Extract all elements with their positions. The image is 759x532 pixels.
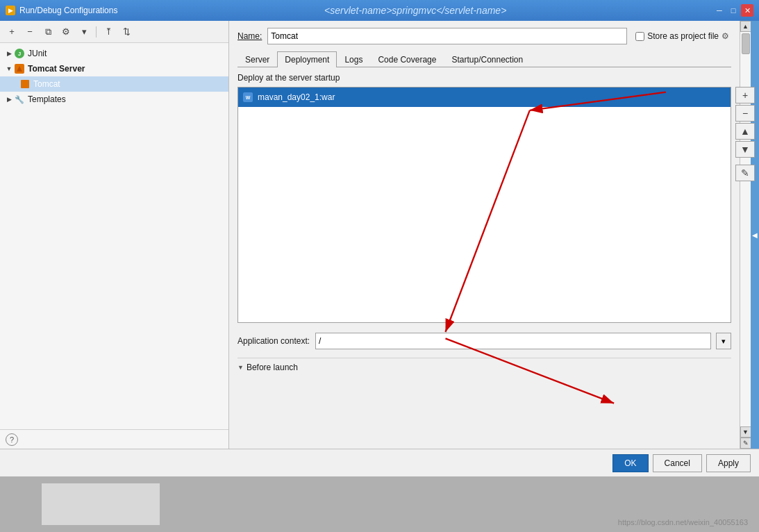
store-project-label: Store as project file <box>647 31 719 41</box>
gray-inner-area <box>42 483 160 525</box>
tab-code-coverage[interactable]: Code Coverage <box>370 51 444 67</box>
templates-icon: 🔧 <box>14 94 25 105</box>
deploy-list-container: W mavan_day02_1:war <box>237 87 731 323</box>
tab-logs[interactable]: Logs <box>337 51 370 67</box>
deploy-section-label: Deploy at the server startup <box>237 73 731 83</box>
add-config-button[interactable]: + <box>4 24 19 40</box>
deploy-item-name: mavan_day02_1:war <box>258 92 335 102</box>
tree-item-tomcat[interactable]: Tomcat <box>0 76 228 92</box>
deploy-list[interactable]: W mavan_day02_1:war <box>238 88 731 322</box>
tab-server[interactable]: Server <box>237 51 277 67</box>
deploy-item[interactable]: W mavan_day02_1:war <box>238 88 731 107</box>
config-tree[interactable]: ▶ J JUnit ▼ Tomcat Server <box>0 43 228 429</box>
sort-button[interactable]: ⇅ <box>119 24 134 40</box>
before-launch-toggle[interactable]: ▼ Before launch <box>237 363 731 372</box>
close-button[interactable]: ✕ <box>741 4 753 17</box>
move-up-button[interactable]: ⤒ <box>101 24 116 40</box>
junit-icon: J <box>14 48 25 59</box>
watermark-text: https://blog.csdn.net/weixin_40055163 <box>618 518 748 526</box>
list-side-buttons: + − ▲ ▼ ✎ <box>735 87 755 181</box>
tomcat-server-toggle[interactable]: ▼ <box>4 64 14 74</box>
app-context-label: Application context: <box>237 336 310 346</box>
gray-bottom-area: https://blog.csdn.net/weixin_40055163 <box>0 476 759 532</box>
right-scrollbar[interactable]: ▲ ▼ ✎ <box>740 21 751 449</box>
scroll-up-button[interactable]: ▲ <box>740 21 751 32</box>
app-name: Run/Debug Configurations <box>19 6 117 15</box>
cancel-button[interactable]: Cancel <box>653 454 702 472</box>
right-panel: Name: Store as project file ⚙ Server Dep… <box>229 21 740 449</box>
app-icon: ▶ <box>6 6 15 15</box>
left-panel: + − ⧉ ⚙ ▾ ⤒ ⇅ ▶ J JUnit <box>0 21 229 449</box>
copy-config-button[interactable]: ⧉ <box>40 24 56 40</box>
window-subtitle: <servlet-name>springmvc</servlet-name> <box>117 5 713 16</box>
list-up-button[interactable]: ▲ <box>735 123 755 140</box>
templates-label: Templates <box>28 94 66 104</box>
name-row: Name: Store as project file ⚙ <box>237 28 731 44</box>
dropdown-button[interactable]: ▾ <box>76 24 92 40</box>
before-launch-label: Before launch <box>247 363 298 372</box>
list-edit-button[interactable]: ✎ <box>735 165 755 181</box>
list-add-button[interactable]: + <box>735 87 755 103</box>
window-controls: ─ □ ✕ <box>713 4 753 17</box>
tree-item-templates[interactable]: ▶ 🔧 Templates <box>0 92 228 107</box>
before-launch-section: ▼ Before launch <box>237 358 731 372</box>
minimize-button[interactable]: ─ <box>713 4 726 17</box>
project-settings-icon[interactable]: ⚙ <box>722 31 731 41</box>
store-project-checkbox[interactable] <box>635 32 644 41</box>
tree-item-tomcat-server[interactable]: ▼ Tomcat Server <box>0 61 228 76</box>
outer-arrow-icon[interactable]: ◀ <box>752 231 758 239</box>
apply-button[interactable]: Apply <box>706 454 751 472</box>
tab-deployment[interactable]: Deployment <box>277 51 337 67</box>
name-label: Name: <box>237 31 262 41</box>
scroll-thumb[interactable] <box>742 33 750 54</box>
before-launch-collapse-icon: ▼ <box>237 364 244 371</box>
ok-button[interactable]: OK <box>612 454 648 472</box>
name-input[interactable] <box>267 28 627 44</box>
help-button[interactable]: ? <box>6 433 18 446</box>
bottom-bar: OK Cancel Apply <box>0 449 759 476</box>
outer-right-panel: ◀ <box>751 21 759 449</box>
title-bar: ▶ Run/Debug Configurations <servlet-name… <box>0 0 759 21</box>
scroll-edit-button[interactable]: ✎ <box>740 438 751 449</box>
tomcat-icon <box>19 78 31 90</box>
tabs-bar: Server Deployment Logs Code Coverage Sta… <box>237 51 731 67</box>
restore-button[interactable]: □ <box>727 4 740 17</box>
tomcat-server-icon <box>14 63 25 74</box>
tomcat-label: Tomcat <box>33 79 60 89</box>
tab-startup-connection[interactable]: Startup/Connection <box>444 51 531 67</box>
left-bottom: ? <box>0 429 228 449</box>
app-context-dropdown[interactable]: ▾ <box>716 333 731 349</box>
scroll-down-button[interactable]: ▼ <box>740 426 751 438</box>
separator <box>96 26 97 38</box>
war-icon: W <box>242 92 253 103</box>
store-project-section: Store as project file ⚙ <box>635 31 731 41</box>
templates-toggle[interactable]: ▶ <box>4 94 14 104</box>
junit-label: JUnit <box>28 49 47 58</box>
tree-item-junit[interactable]: ▶ J JUnit <box>0 46 228 61</box>
app-context-row: Application context: ▾ <box>237 333 731 349</box>
remove-config-button[interactable]: − <box>22 24 37 40</box>
junit-toggle[interactable]: ▶ <box>4 49 14 58</box>
settings-button[interactable]: ⚙ <box>58 24 74 40</box>
app-context-input[interactable] <box>315 333 711 349</box>
list-remove-button[interactable]: − <box>735 105 755 122</box>
tree-toolbar: + − ⧉ ⚙ ▾ ⤒ ⇅ <box>0 21 228 43</box>
tomcat-server-label: Tomcat Server <box>28 64 85 74</box>
list-down-button[interactable]: ▼ <box>735 141 755 158</box>
